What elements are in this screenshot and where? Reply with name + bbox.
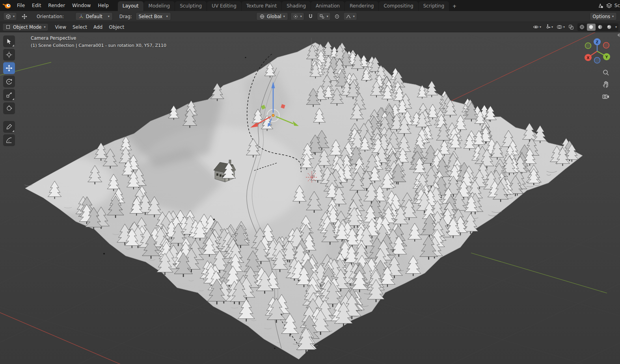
- shading-mode-group: ▾: [577, 23, 618, 31]
- object-origin-dot: [272, 114, 274, 117]
- topbar-scene-cluster: Sc: [597, 0, 620, 11]
- snap-settings-dropdown[interactable]: ▾: [317, 12, 331, 20]
- orientation-dropdown[interactable]: Default ▾: [75, 12, 113, 20]
- scale-icon: [6, 91, 13, 98]
- options-dropdown[interactable]: Options ▾: [590, 12, 617, 20]
- tab-modeling[interactable]: Modeling: [144, 1, 175, 11]
- tool-move-button[interactable]: [3, 62, 15, 74]
- drag-dropdown[interactable]: Select Box ▾: [136, 12, 171, 20]
- gizmo-icon: [545, 24, 551, 30]
- xray-toggle[interactable]: [567, 23, 575, 31]
- tab-compositing[interactable]: Compositing: [379, 1, 418, 11]
- wireframe-sphere-icon: [579, 24, 585, 30]
- menu-file[interactable]: File: [13, 1, 28, 10]
- pan-hand-icon[interactable]: [602, 80, 610, 88]
- tab-shading[interactable]: Shading: [282, 1, 311, 11]
- shading-material-button[interactable]: [596, 24, 605, 31]
- proportional-falloff-dropdown[interactable]: ▾: [343, 12, 357, 20]
- scene-icon[interactable]: [597, 2, 604, 9]
- menu-window[interactable]: Window: [69, 1, 94, 10]
- navigation-gizmo[interactable]: Z X Y: [582, 35, 612, 65]
- mode-dropdown[interactable]: Object Mode ▾: [2, 23, 48, 31]
- subtool-corner-indicator: [12, 98, 14, 100]
- material-sphere-icon: [598, 24, 603, 30]
- viewport-3d[interactable]: Camera Perspective (1) Scene Collection …: [0, 32, 620, 364]
- tab-scripting[interactable]: Scripting: [419, 1, 449, 11]
- viewport-header: Object Mode ▾ ViewSelectAddObject ▾ ▾ ▾: [0, 22, 620, 32]
- viewport-header-right: ▾ ▾ ▾: [532, 23, 618, 31]
- object-mode-icon: [6, 24, 11, 30]
- zoom-icon[interactable]: [602, 69, 610, 76]
- snapping-cluster: Global ▾ ▾ ▾ ▾: [256, 12, 357, 20]
- tool-annotate-button[interactable]: [3, 121, 15, 133]
- gizmo-z-label: Z: [596, 40, 599, 44]
- tab-uv-editing[interactable]: UV Editing: [207, 1, 241, 11]
- tab-animation[interactable]: Animation: [311, 1, 344, 11]
- tool-transform-button[interactable]: [3, 102, 15, 114]
- viewport-menu-view[interactable]: View: [52, 23, 69, 32]
- show-gizmo-dropdown[interactable]: ▾: [544, 23, 554, 31]
- gizmo-x-label: X: [587, 56, 590, 60]
- viewport-overlay-text: Camera Perspective (1) Scene Collection …: [31, 35, 166, 48]
- tool-rotate-button[interactable]: [3, 76, 15, 87]
- scene-name-clipped[interactable]: Sc: [614, 3, 620, 8]
- gizmo-neg-z-ball[interactable]: [594, 58, 600, 63]
- falloff-curve-icon: [346, 14, 351, 19]
- solid-sphere-icon: [588, 24, 594, 30]
- tool-scale-button[interactable]: [3, 89, 15, 101]
- viewport-menu-add[interactable]: Add: [90, 23, 106, 32]
- overlays-icon: [557, 24, 562, 30]
- blender-window: FileEditRenderWindowHelp LayoutModelingS…: [0, 0, 620, 364]
- measure-icon: [6, 137, 13, 144]
- tool-cursor-button[interactable]: [3, 49, 15, 61]
- pivot-point-icon: [293, 14, 298, 19]
- transform-pivot-dropdown[interactable]: ▾: [290, 12, 304, 20]
- topbar: FileEditRenderWindowHelp LayoutModelingS…: [0, 0, 620, 11]
- drag-label: Drag:: [119, 14, 132, 19]
- global-icon: [259, 14, 265, 19]
- shading-solid-button[interactable]: [587, 24, 596, 31]
- view-layer-icon[interactable]: [606, 2, 613, 9]
- overlays-dropdown[interactable]: ▾: [555, 23, 566, 31]
- viewport-editor-icon: [6, 14, 11, 19]
- sidebar-collapse-arrow[interactable]: [617, 33, 620, 37]
- gizmo-neg-x-ball[interactable]: [603, 43, 609, 48]
- orientation-label: Orientation:: [37, 14, 64, 19]
- move-icon: [6, 65, 13, 72]
- transform-orientation-dropdown[interactable]: Global ▾: [256, 12, 288, 20]
- annotate-icon: [6, 123, 13, 130]
- transform-icon: [6, 105, 13, 112]
- proportional-editing-toggle[interactable]: [333, 13, 341, 20]
- viewport-menu-select[interactable]: Select: [69, 23, 90, 32]
- snap-target-icon: [319, 14, 325, 19]
- tab-layout[interactable]: Layout: [118, 1, 143, 11]
- select-box-icon: [6, 38, 13, 45]
- menu-render[interactable]: Render: [45, 1, 69, 10]
- add-workspace-button[interactable]: +: [449, 2, 460, 11]
- viewport-canvas[interactable]: [0, 32, 620, 364]
- tool-measure-button[interactable]: [3, 134, 15, 146]
- tab-rendering[interactable]: Rendering: [345, 1, 378, 11]
- eye-icon: [533, 24, 539, 30]
- visibility-dropdown[interactable]: ▾: [532, 23, 542, 31]
- tab-texture-paint[interactable]: Texture Paint: [242, 1, 281, 11]
- viewport-menu-object[interactable]: Object: [106, 23, 127, 32]
- shading-wireframe-button[interactable]: [578, 24, 586, 31]
- active-object-info: (1) Scene Collection | Camera001 - sun r…: [31, 43, 166, 48]
- viewport-nav-buttons: [602, 69, 610, 100]
- viewport-menus: ViewSelectAddObject: [52, 23, 127, 32]
- shading-dropdown[interactable]: ▾: [614, 26, 618, 29]
- tab-sculpting[interactable]: Sculpting: [175, 1, 207, 11]
- blender-logo-icon[interactable]: [2, 2, 12, 9]
- subtool-corner-indicator: [12, 130, 14, 132]
- camera-view-icon[interactable]: [602, 92, 610, 100]
- snap-toggle[interactable]: [307, 13, 315, 20]
- rotate-icon: [6, 78, 13, 85]
- rendered-sphere-icon: [607, 24, 612, 30]
- tool-select-box-button[interactable]: [3, 35, 15, 47]
- editor-type-selector[interactable]: ▾: [3, 12, 17, 20]
- menu-edit[interactable]: Edit: [28, 1, 45, 10]
- gizmo-neg-y-ball[interactable]: [585, 43, 591, 49]
- shading-rendered-button[interactable]: [605, 24, 614, 31]
- menu-help[interactable]: Help: [94, 1, 112, 10]
